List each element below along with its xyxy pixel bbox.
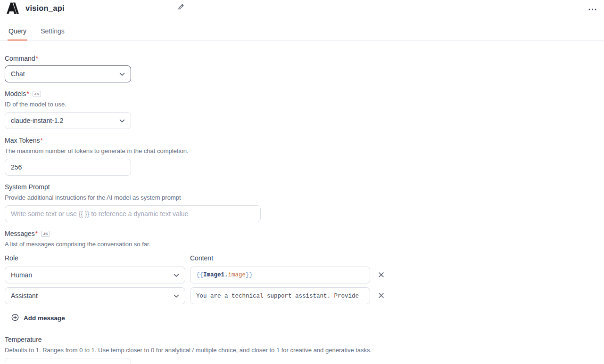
models-helper: ID of the model to use.: [5, 101, 596, 108]
required-asterisk: *: [26, 90, 29, 97]
models-select-value: claude-instant-1.2: [11, 117, 63, 124]
message-content-input[interactable]: {{Image1.image}}: [190, 267, 370, 283]
remove-message-button[interactable]: [375, 290, 387, 302]
js-badge[interactable]: JS: [41, 231, 50, 237]
code-token: }}: [246, 272, 253, 278]
remove-message-button[interactable]: [375, 269, 387, 281]
field-models: Models* JS ID of the model to use. claud…: [5, 90, 596, 129]
tab-settings[interactable]: Settings: [40, 24, 66, 40]
chevron-down-icon: [119, 117, 125, 124]
more-options-button[interactable]: [587, 4, 597, 13]
edit-title-button[interactable]: [176, 2, 185, 13]
role-column-header: Role: [5, 254, 185, 263]
field-command: Command* Chat: [5, 55, 596, 82]
temperature-helper: Defaults to 1. Ranges from 0 to 1. Use t…: [5, 347, 596, 354]
message-role-select[interactable]: Assistant: [5, 287, 185, 304]
system-prompt-helper: Provide additional instructions for the …: [5, 194, 596, 201]
messages-label: Messages* JS: [5, 230, 596, 237]
field-messages: Messages* JS A list of messages comprisi…: [5, 230, 596, 324]
chevron-down-icon: [119, 70, 125, 78]
content-column-header: Content: [190, 254, 370, 263]
max-tokens-helper: The maximum number of tokens to generate…: [5, 147, 596, 154]
temperature-input[interactable]: [5, 358, 131, 364]
add-message-label: Add message: [24, 315, 65, 322]
field-max-tokens: Max Tokens* The maximum number of tokens…: [5, 137, 596, 176]
required-asterisk: *: [36, 55, 38, 62]
add-message-button[interactable]: Add message: [10, 313, 66, 324]
code-token: image: [228, 272, 246, 278]
query-title: vision_api: [25, 4, 65, 13]
temperature-label: Temperature: [5, 336, 596, 343]
message-content-input[interactable]: You are a technical support assistant. P…: [190, 287, 370, 304]
max-tokens-input[interactable]: [5, 159, 131, 176]
required-asterisk: *: [40, 137, 42, 144]
query-form: Command* Chat Models* JS ID of the model…: [0, 40, 604, 364]
models-label: Models* JS: [5, 90, 596, 97]
plus-circle-icon: [11, 314, 19, 323]
max-tokens-label: Max Tokens*: [5, 137, 596, 144]
chevron-down-icon: [174, 292, 179, 299]
system-prompt-label: System Prompt: [5, 183, 596, 191]
anthropic-logo-icon: [7, 2, 19, 14]
ellipsis-icon: [588, 5, 596, 12]
system-prompt-input[interactable]: [5, 205, 261, 222]
chevron-down-icon: [174, 271, 179, 279]
command-select[interactable]: Chat: [5, 65, 131, 82]
code-token: {{: [196, 272, 203, 278]
header: vision_api: [0, 0, 604, 14]
field-temperature: Temperature Defaults to 1. Ranges from 0…: [5, 336, 596, 364]
required-asterisk: *: [35, 230, 38, 237]
messages-helper: A list of messages comprising the conver…: [5, 241, 596, 248]
close-icon: [379, 292, 384, 299]
tab-bar: Query Settings: [0, 24, 604, 40]
pencil-icon: [177, 5, 184, 12]
message-role-select[interactable]: Human: [5, 267, 185, 283]
role-select-value: Assistant: [11, 292, 38, 299]
js-badge[interactable]: JS: [33, 91, 41, 97]
close-icon: [379, 272, 384, 279]
messages-grid: Role Content Human {{Image1.image}} Assi…: [5, 254, 596, 304]
tab-query[interactable]: Query: [8, 24, 27, 40]
code-token: Image1.: [203, 272, 228, 278]
command-select-value: Chat: [11, 70, 25, 78]
command-label: Command*: [5, 55, 596, 62]
role-select-value: Human: [11, 271, 32, 279]
field-system-prompt: System Prompt Provide additional instruc…: [5, 183, 596, 222]
models-select[interactable]: claude-instant-1.2: [5, 112, 131, 129]
